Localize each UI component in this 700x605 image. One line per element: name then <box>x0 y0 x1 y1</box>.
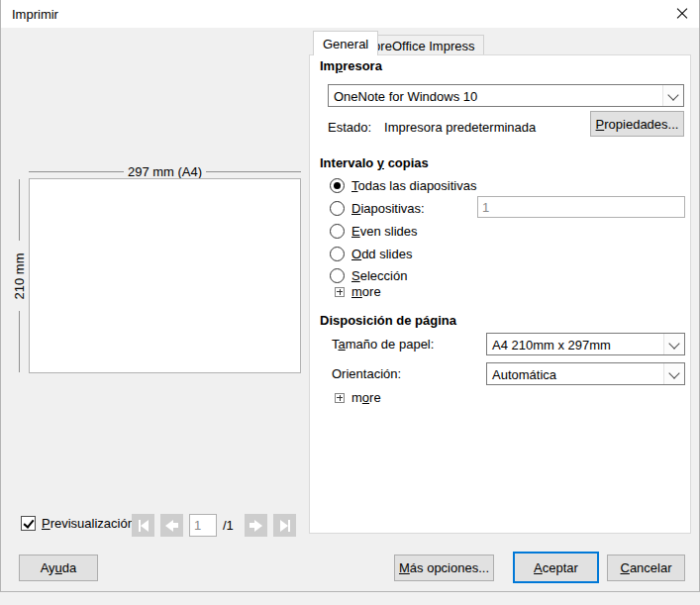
radio-row-odd: Odd slides <box>330 244 412 263</box>
slides-range-input[interactable] <box>477 196 685 218</box>
tab-impress-label: LibreOffice Impress <box>363 39 474 53</box>
radio-slides[interactable] <box>330 201 345 216</box>
radio-even-slides[interactable] <box>330 224 345 239</box>
titlebar[interactable]: Imprimir <box>1 0 699 28</box>
close-icon[interactable] <box>668 2 696 26</box>
radio-selection-label: Selección <box>351 268 407 283</box>
previous-page-button[interactable] <box>160 514 183 537</box>
printer-select[interactable]: OneNote for Windows 10 <box>328 84 684 107</box>
orientation-select[interactable]: Automática <box>486 362 685 385</box>
section-disposicion: Disposición de página <box>320 313 456 328</box>
status-value: Impresora predeterminada <box>384 120 536 135</box>
preview-checkbox-label: Previsualización <box>42 516 135 531</box>
range-more-label: more <box>351 284 381 299</box>
radio-all-slides-label: Todas las diapositivas <box>351 178 476 193</box>
chevron-down-icon[interactable] <box>663 334 684 354</box>
background-window-sliver <box>0 592 700 605</box>
radio-slides-label: Diapositivas: <box>351 201 425 216</box>
radio-even-slides-label: Even slides <box>351 224 417 239</box>
paper-width-label: 297 mm (A4) <box>124 164 206 179</box>
paper-height-dimension: 210 mm <box>3 179 29 372</box>
previous-page-icon <box>165 520 173 532</box>
status-label: Estado: <box>328 120 371 135</box>
accept-button[interactable]: Aceptar <box>513 552 599 583</box>
section-impresora: Impresora <box>320 58 382 73</box>
help-button[interactable]: Ayuda <box>19 555 98 581</box>
orientation-label: Orientación: <box>332 366 401 381</box>
first-page-button[interactable] <box>132 514 154 537</box>
last-page-button[interactable] <box>273 514 296 537</box>
dialog-title: Imprimir <box>12 7 58 22</box>
range-more-expander[interactable]: more <box>335 284 381 299</box>
paper-size-value: A4 210mm x 297mm <box>492 337 611 352</box>
paper-size-select[interactable]: A4 210mm x 297mm <box>486 333 685 355</box>
properties-button[interactable]: Propiedades... <box>590 111 684 137</box>
expand-plus-icon[interactable] <box>335 393 345 403</box>
radio-odd-slides-label: Odd slides <box>351 247 412 261</box>
layout-more-expander[interactable]: more <box>335 390 381 405</box>
printer-status: Estado: Impresora predeterminada <box>328 120 536 135</box>
last-page-icon <box>280 520 288 532</box>
radio-all-slides[interactable] <box>330 178 345 193</box>
paper-width-dimension: 297 mm (A4) <box>29 164 301 178</box>
next-page-button[interactable] <box>245 514 267 537</box>
preview-checkbox[interactable] <box>21 516 36 531</box>
radio-row-selection: Selección <box>330 265 407 285</box>
radio-row-slides: Diapositivas: <box>330 198 425 218</box>
cancel-button[interactable]: Cancelar <box>607 555 685 581</box>
layout-more-label: more <box>351 390 381 405</box>
print-preview-page <box>29 178 301 373</box>
radio-row-all-slides: Todas las diapositivas <box>330 175 476 195</box>
paper-size-label: Tamaño de papel: <box>332 337 434 352</box>
radio-selection[interactable] <box>330 268 345 283</box>
chevron-down-icon[interactable] <box>662 85 683 106</box>
radio-row-even: Even slides <box>330 221 417 241</box>
expand-plus-icon[interactable] <box>335 287 345 297</box>
preview-toggle-row: Previsualización <box>21 516 135 531</box>
more-options-button[interactable]: Más opciones... <box>394 555 494 581</box>
section-intervalo: Intervalo y copias <box>320 155 429 170</box>
chevron-down-icon[interactable] <box>663 363 684 384</box>
page-number-input[interactable] <box>189 514 217 537</box>
print-dialog: Imprimir General LibreOffice Impress Imp… <box>0 0 700 592</box>
paper-height-label: 210 mm <box>12 252 27 299</box>
printer-select-value: OneNote for Windows 10 <box>334 88 477 103</box>
radio-odd-slides[interactable] <box>330 247 345 261</box>
tab-general-label: General <box>323 37 368 51</box>
tab-general[interactable]: General <box>313 31 378 55</box>
page-total-label: /1 <box>223 518 234 533</box>
orientation-value: Automática <box>492 366 556 381</box>
